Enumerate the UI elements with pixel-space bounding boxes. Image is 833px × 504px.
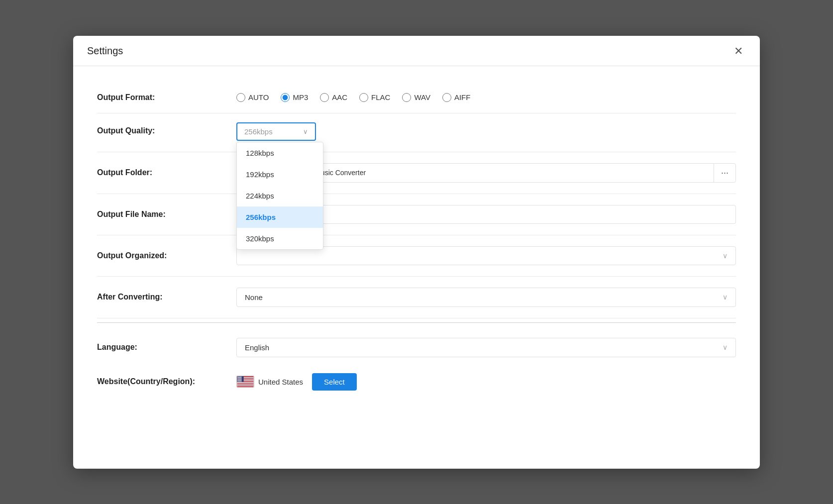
language-select[interactable]: English ∨ (236, 338, 736, 357)
language-row: Language: English ∨ (97, 327, 736, 368)
svg-point-54 (239, 382, 239, 382)
format-aiff-radio[interactable] (442, 93, 451, 102)
after-converting-content: None ∨ (236, 288, 736, 307)
output-organized-label: Output Organized: (97, 251, 236, 260)
svg-point-11 (240, 377, 240, 377)
svg-point-51 (241, 381, 241, 381)
svg-point-19 (237, 378, 238, 378)
svg-point-13 (241, 377, 242, 377)
after-converting-label: After Converting: (97, 293, 236, 302)
format-aac-label: AAC (332, 93, 347, 101)
format-wav[interactable]: WAV (402, 93, 430, 102)
svg-point-9 (238, 377, 239, 377)
website-row: Website(Country/Region): (97, 368, 736, 402)
svg-point-17 (240, 377, 240, 378)
format-aiff-label: AIFF (454, 93, 471, 101)
svg-rect-5 (237, 384, 254, 385)
svg-point-31 (238, 379, 239, 380)
svg-point-55 (240, 382, 240, 382)
output-filename-label: Output File Name: (97, 210, 236, 219)
output-quality-content: 256kbps ∨ 128kbps 192kbps 224kbps 256kbp… (236, 122, 736, 141)
section-divider (97, 322, 736, 323)
svg-point-57 (241, 382, 242, 382)
svg-point-14 (238, 377, 238, 378)
language-value: English (245, 343, 269, 352)
after-converting-select[interactable]: None ∨ (236, 288, 736, 307)
format-wav-radio[interactable] (402, 93, 411, 102)
format-mp3[interactable]: MP3 (281, 93, 308, 102)
quality-dropdown-button[interactable]: 256kbps ∨ (236, 122, 316, 141)
format-flac-radio[interactable] (359, 93, 368, 102)
svg-point-46 (241, 380, 242, 381)
svg-point-42 (238, 380, 239, 381)
website-content: United States Select (236, 373, 357, 391)
svg-point-47 (238, 381, 238, 381)
svg-point-43 (239, 380, 239, 381)
output-quality-label: Output Quality: (97, 122, 236, 135)
output-folder-label: Output Folder: (97, 168, 236, 177)
svg-point-36 (238, 380, 238, 380)
svg-point-41 (237, 380, 238, 381)
svg-point-28 (240, 378, 240, 379)
svg-point-37 (238, 380, 239, 380)
language-label: Language: (97, 343, 236, 352)
svg-point-21 (239, 378, 239, 378)
output-organized-row: Output Organized: ∨ (97, 235, 736, 277)
format-mp3-radio[interactable] (281, 93, 290, 102)
svg-point-15 (238, 377, 239, 378)
svg-point-10 (239, 377, 239, 377)
format-mp3-label: MP3 (293, 93, 308, 101)
folder-browse-button[interactable]: ··· (714, 164, 735, 182)
svg-point-38 (239, 380, 240, 380)
svg-point-18 (241, 377, 241, 378)
country-select-button[interactable]: Select (312, 373, 357, 391)
svg-point-50 (240, 381, 240, 381)
quality-option-192[interactable]: 192kbps (237, 164, 323, 185)
us-flag-icon (236, 376, 254, 388)
svg-point-56 (240, 382, 241, 382)
svg-point-30 (237, 379, 238, 380)
format-flac[interactable]: FLAC (359, 93, 390, 102)
svg-point-44 (240, 380, 240, 381)
svg-point-52 (237, 382, 238, 382)
format-aiff[interactable]: AIFF (442, 93, 471, 102)
svg-point-39 (240, 380, 240, 380)
format-radio-group: AUTO MP3 AAC FLAC (236, 93, 470, 102)
after-converting-arrow-icon: ∨ (723, 293, 728, 301)
svg-point-32 (239, 379, 239, 380)
svg-point-12 (240, 377, 241, 377)
svg-point-27 (239, 378, 240, 379)
svg-point-24 (241, 378, 242, 378)
output-format-label: Output Format: (97, 93, 236, 102)
svg-point-16 (239, 377, 240, 378)
after-converting-row: After Converting: None ∨ (97, 277, 736, 318)
organized-arrow-icon: ∨ (723, 252, 728, 260)
output-format-row: Output Format: AUTO MP3 AAC (97, 82, 736, 113)
dialog-header: Settings ✕ (73, 36, 760, 66)
quality-option-224[interactable]: 224kbps (237, 185, 323, 206)
settings-dialog: Settings ✕ Output Format: AUTO MP3 (73, 36, 760, 469)
format-aac[interactable]: AAC (320, 93, 347, 102)
svg-point-53 (238, 382, 239, 382)
after-converting-value: None (245, 293, 263, 302)
format-aac-radio[interactable] (320, 93, 329, 102)
format-auto[interactable]: AUTO (236, 93, 269, 102)
quality-option-128[interactable]: 128kbps (237, 142, 323, 164)
format-auto-radio[interactable] (236, 93, 245, 102)
country-name: United States (258, 378, 303, 386)
svg-point-33 (240, 379, 240, 380)
svg-point-49 (239, 381, 240, 381)
format-flac-label: FLAC (371, 93, 390, 101)
dropdown-arrow-icon: ∨ (303, 128, 308, 135)
svg-point-45 (240, 380, 241, 381)
quality-option-256[interactable]: 256kbps (237, 206, 323, 228)
output-filename-row: Output File Name: (97, 194, 736, 235)
svg-point-25 (238, 378, 238, 379)
svg-rect-6 (237, 386, 254, 387)
format-auto-label: AUTO (248, 93, 269, 101)
quality-option-320[interactable]: 320kbps (237, 228, 323, 249)
output-quality-row: Output Quality: 256kbps ∨ 128kbps 192kbp… (97, 113, 736, 152)
svg-point-23 (240, 378, 241, 378)
close-button[interactable]: ✕ (731, 45, 746, 58)
svg-point-40 (241, 380, 241, 380)
